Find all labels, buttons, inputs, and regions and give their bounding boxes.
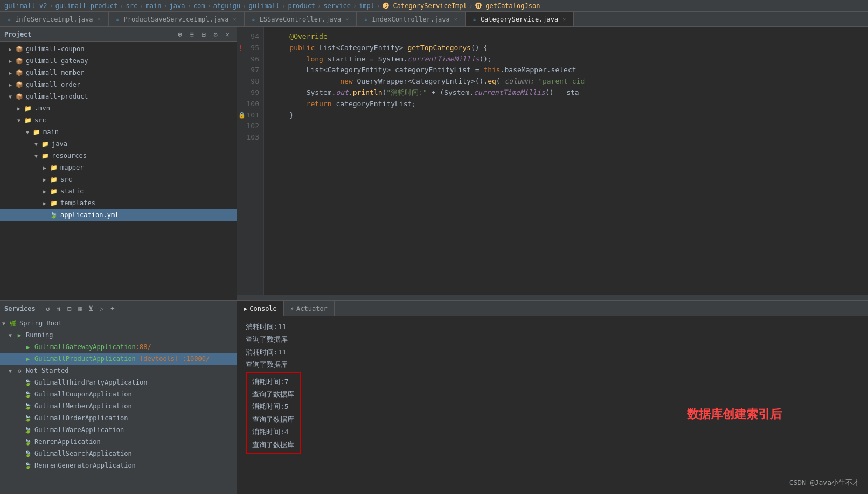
tree-item-member[interactable]: ▶ 📦 gulimall-member — [0, 67, 237, 79]
tree-item-src-res[interactable]: ▶ 📁 src — [0, 173, 237, 185]
service-notstarted-group[interactable]: ▼ ⚙ Not Started — [0, 365, 237, 377]
breadcrumb-method[interactable]: 🅜 getCatalogJson — [475, 2, 540, 10]
line-num-103: 103 — [237, 132, 263, 143]
expand-arrow: ▶ — [43, 165, 50, 171]
console-line-10: 查询了数据库 — [252, 439, 294, 451]
tab-indexcontroller[interactable]: ☕ IndexController.java ✕ — [357, 12, 466, 26]
java-icon: ☕ — [114, 16, 122, 23]
service-thirdparty-app[interactable]: ▶ 🍃 GulimallThirdPartyApplication — [0, 377, 237, 388]
service-member-app[interactable]: ▶ 🍃 GulimallMemberApplication — [0, 400, 237, 412]
code-area[interactable]: @Override public List<CategoryEntity> ge… — [264, 27, 868, 295]
folder-icon: 📁 — [24, 104, 32, 113]
locate-icon[interactable]: ⊕ — [175, 30, 185, 39]
breadcrumb-gulimall[interactable]: gulimall — [248, 2, 280, 10]
refresh-icon[interactable]: ↺ — [43, 304, 53, 314]
settings-icon[interactable]: ⚙ — [211, 30, 220, 39]
breadcrumb-class[interactable]: 🅒 CategoryServiceImpl — [383, 2, 467, 10]
lock-icon: 🔒 — [238, 110, 246, 120]
filter-icon[interactable]: ⊻ — [86, 304, 96, 314]
tree-item-order[interactable]: ▶ 📦 gulimall-order — [0, 79, 237, 91]
tree-item-mvn[interactable]: ▶ 📁 .mvn — [0, 102, 237, 114]
service-rengenerator-app[interactable]: ▶ 🍃 RenrenGeneratorApplication — [0, 460, 237, 471]
close-panel-icon[interactable]: ✕ — [223, 30, 232, 39]
expand-all-icon[interactable]: ⇅ — [54, 304, 64, 314]
service-ware-app[interactable]: ▶ 🍃 GulimallWareApplication — [0, 424, 237, 436]
tree-item-product[interactable]: ▼ 📦 gulimall-product — [0, 91, 237, 102]
code-editor[interactable]: 94 95 ! 96 97 98 99 100 101 🔒 102 103 @O… — [237, 27, 868, 300]
tree-item-resources[interactable]: ▼ 📁 resources — [0, 150, 237, 162]
breadcrumb-gulimall-v2[interactable]: gulimall-v2 — [4, 2, 47, 10]
breadcrumb-atguigu[interactable]: atguigu — [213, 2, 241, 10]
spring-icon: 🌿 — [9, 319, 17, 328]
service-gateway-app[interactable]: ▶ ▶ GulimallGatewayApplication:88/ — [0, 341, 237, 353]
config-icon: 🍃 — [24, 426, 32, 434]
tree-item-gateway[interactable]: ▶ 📦 gulimall-gateway — [0, 55, 237, 67]
breadcrumb-com[interactable]: com — [193, 2, 205, 10]
services-title: Services — [4, 305, 36, 312]
breadcrumb-impl[interactable]: impl — [359, 2, 374, 10]
service-renren-app[interactable]: ▶ 🍃 RenrenApplication — [0, 436, 237, 448]
tab-close[interactable]: ✕ — [452, 16, 460, 23]
run-all-icon[interactable]: ▷ — [97, 304, 107, 314]
console-line-4: 查询了数据库 — [246, 358, 859, 371]
console-line-2: 查询了数据库 — [246, 333, 859, 345]
group-icon[interactable]: ▦ — [75, 304, 85, 314]
service-springboot-group[interactable]: ▼ 🌿 Spring Boot — [0, 317, 237, 329]
console-line-5: 消耗时间:7 — [252, 375, 294, 388]
folder-icon: 📁 — [32, 128, 41, 136]
breadcrumb-src[interactable]: src — [126, 2, 138, 10]
tab-close[interactable]: ✕ — [343, 16, 351, 23]
tree-item-static[interactable]: ▶ 📁 static — [0, 185, 237, 197]
collapse-all-icon[interactable]: ⊟ — [65, 304, 74, 314]
tab-close[interactable]: ✕ — [560, 16, 568, 23]
folder-icon: 📁 — [41, 151, 50, 160]
tab-essavecontroller[interactable]: ☕ ESSaveController.java ✕ — [245, 12, 357, 26]
expand-icon[interactable]: ≡ — [187, 30, 197, 39]
run-icon: ▶ — [24, 354, 32, 363]
annotation-text: 数据库创建索引后 — [687, 403, 782, 425]
tree-item-java[interactable]: ▼ 📁 java — [0, 138, 237, 150]
line-numbers: 94 95 ! 96 97 98 99 100 101 🔒 102 103 — [237, 27, 264, 295]
tree-item-coupon[interactable]: ▶ 📦 gulimall-coupon — [0, 43, 237, 55]
services-panel: Services ↺ ⇅ ⊟ ▦ ⊻ ▷ + ▼ 🌿 Spring Boot — [0, 300, 237, 494]
breadcrumb-main[interactable]: main — [145, 2, 161, 10]
tab-productsaveserviceimpl[interactable]: ☕ ProductSaveServiceImpl.java ✕ — [109, 12, 245, 26]
tab-actuator[interactable]: ⚡ Actuator — [284, 301, 335, 316]
console-icon: ▶ — [244, 305, 247, 312]
tree-item-templates[interactable]: ▶ 📁 templates — [0, 197, 237, 209]
service-product-app[interactable]: ▶ ▶ GulimallProductApplication [devtools… — [0, 353, 237, 365]
tree-item-main[interactable]: ▼ 📁 main — [0, 126, 237, 138]
tab-close[interactable]: ✕ — [95, 16, 103, 23]
tree-item-src-root[interactable]: ▼ 📁 src — [0, 114, 237, 126]
tree-item-application-yml[interactable]: ▶ 🍃 application.yml — [0, 209, 237, 221]
service-coupon-app[interactable]: ▶ 🍃 GulimallCouponApplication — [0, 388, 237, 400]
project-tree: ▶ 📦 gulimall-coupon ▶ 📦 gulimall-gateway… — [0, 42, 237, 300]
config-icon: ⚙ — [15, 366, 24, 375]
tab-categoryservice[interactable]: ☕ CategoryService.java ✕ — [466, 12, 574, 26]
tree-item-mapper[interactable]: ▶ 📁 mapper — [0, 162, 237, 173]
config-icon: 🍃 — [24, 378, 32, 387]
module-icon: 📦 — [15, 80, 24, 89]
tab-infoserviceimpl[interactable]: ☕ infoServiceImpl.java ✕ — [0, 12, 109, 26]
module-icon: 📦 — [15, 57, 24, 65]
add-service-icon[interactable]: + — [108, 304, 117, 314]
horizontal-scrollbar[interactable] — [237, 295, 868, 300]
service-running-group[interactable]: ▼ ▶ Running — [0, 329, 237, 341]
expand-arrow: ▼ — [34, 141, 41, 147]
breadcrumb-product[interactable]: product — [288, 2, 316, 10]
code-content: 94 95 ! 96 97 98 99 100 101 🔒 102 103 @O… — [237, 27, 868, 295]
expand-arrow: ▶ — [43, 189, 50, 194]
collapse-icon[interactable]: ⊟ — [199, 30, 209, 39]
breadcrumb-java[interactable]: java — [170, 2, 185, 10]
java-icon: ☕ — [362, 16, 370, 23]
services-tree: ▼ 🌿 Spring Boot ▼ ▶ Running ▶ ▶ Gulimall… — [0, 316, 237, 494]
breadcrumb-service[interactable]: service — [323, 2, 351, 10]
service-search-app[interactable]: ▶ 🍃 GulimallSearchApplication — [0, 448, 237, 460]
breadcrumb-gulimall-product[interactable]: gulimall-product — [55, 2, 118, 10]
tab-close[interactable]: ✕ — [231, 16, 239, 23]
service-order-app[interactable]: ▶ 🍃 GulimallOrderApplication — [0, 412, 237, 424]
expand-arrow: ▶ — [17, 106, 24, 112]
java-icon: ☕ — [471, 16, 478, 23]
breadcrumb: gulimall-v2 › gulimall-product › src › m… — [0, 0, 868, 12]
tab-console[interactable]: ▶ Console — [237, 301, 284, 316]
